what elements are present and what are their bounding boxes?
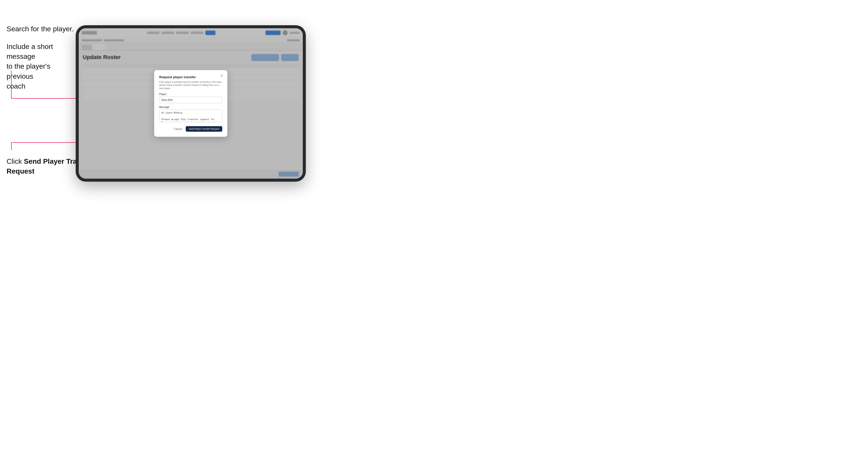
modal-close-button[interactable]: ✕: [220, 74, 224, 78]
modal-footer: Cancel Send Player Transfer Request: [159, 126, 222, 132]
annotation-message: Include a short message to the player's …: [6, 42, 72, 91]
tablet-device: Update Roster ✕: [76, 25, 306, 182]
modal-overlay: ✕ Request player transfer If the player …: [79, 28, 303, 179]
request-transfer-modal: ✕ Request player transfer If the player …: [154, 70, 227, 137]
player-label: Player: [159, 93, 222, 96]
send-transfer-request-button[interactable]: Send Player Transfer Request: [186, 126, 222, 132]
message-textarea[interactable]: [159, 110, 222, 122]
arrow-line-vertical-click: [11, 143, 11, 150]
annotation-search: Search for the player.: [6, 24, 74, 34]
modal-title: Request player transfer: [159, 75, 222, 79]
message-label: Message: [159, 106, 222, 108]
player-input[interactable]: [159, 97, 222, 103]
arrow-line-vertical-1: [11, 71, 11, 98]
modal-description: If the player is transferring from anoth…: [159, 81, 222, 90]
tablet-screen: Update Roster ✕: [79, 28, 303, 179]
cancel-button[interactable]: Cancel: [172, 127, 184, 131]
